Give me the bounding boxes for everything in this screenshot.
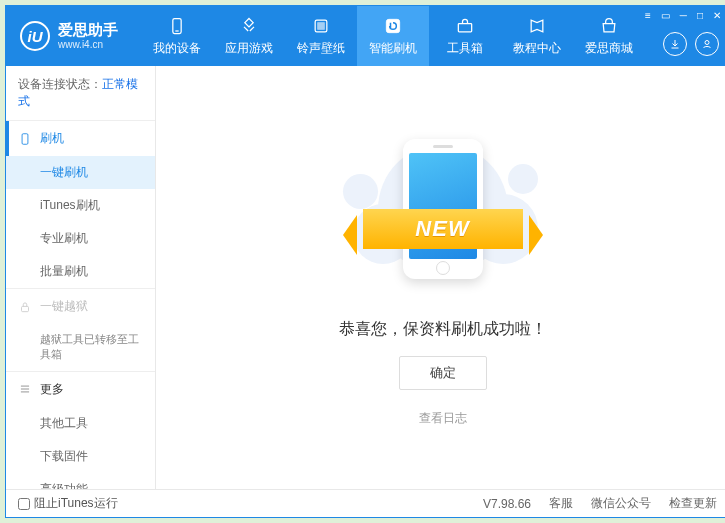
lock-icon — [18, 300, 32, 314]
device-icon — [167, 16, 187, 36]
book-icon — [527, 16, 547, 36]
sidebar-flash[interactable]: 刷机 — [6, 121, 155, 156]
sidebar-other-tools[interactable]: 其他工具 — [6, 407, 155, 440]
user-icon — [701, 38, 713, 50]
window-controls: ≡ ▭ ─ □ ✕ — [641, 8, 725, 23]
ok-button[interactable]: 确定 — [399, 356, 487, 390]
main-content: NEW 恭喜您，保资料刷机成功啦！ 确定 查看日志 — [156, 66, 725, 489]
sidebar: 设备连接状态：正常模式 刷机 一键刷机 iTunes刷机 专业刷机 批量刷机 一… — [6, 66, 156, 489]
sidebar-pro-flash[interactable]: 专业刷机 — [6, 222, 155, 255]
svg-point-6 — [705, 41, 709, 45]
user-button[interactable] — [695, 32, 719, 56]
success-message: 恭喜您，保资料刷机成功啦！ — [339, 319, 547, 340]
wechat-link[interactable]: 微信公众号 — [591, 495, 651, 512]
service-link[interactable]: 客服 — [549, 495, 573, 512]
nav-toolbox[interactable]: 工具箱 — [429, 6, 501, 66]
view-log-link[interactable]: 查看日志 — [419, 410, 467, 427]
connection-status: 设备连接状态：正常模式 — [6, 66, 155, 120]
minimize-button[interactable]: ─ — [676, 8, 691, 23]
app-window: iU 爱思助手 www.i4.cn 我的设备 应用游戏 铃声壁纸 智能刷机 — [5, 5, 725, 518]
main-nav: 我的设备 应用游戏 铃声壁纸 智能刷机 工具箱 教程中心 — [141, 6, 645, 66]
wallpaper-icon — [311, 16, 331, 36]
body: 设备连接状态：正常模式 刷机 一键刷机 iTunes刷机 专业刷机 批量刷机 一… — [6, 66, 725, 489]
nav-tutorial[interactable]: 教程中心 — [501, 6, 573, 66]
app-title: 爱思助手 — [58, 22, 118, 39]
store-icon — [599, 16, 619, 36]
sidebar-itunes-flash[interactable]: iTunes刷机 — [6, 189, 155, 222]
download-button[interactable] — [663, 32, 687, 56]
jailbreak-note: 越狱工具已转移至工具箱 — [6, 324, 155, 371]
svg-rect-7 — [22, 133, 28, 144]
app-url: www.i4.cn — [58, 39, 118, 50]
footer: 阻止iTunes运行 V7.98.66 客服 微信公众号 检查更新 — [6, 489, 725, 517]
logo-icon: iU — [20, 21, 50, 51]
sidebar-more[interactable]: 更多 — [6, 372, 155, 407]
titlebar-right-buttons — [663, 32, 719, 56]
sidebar-advanced[interactable]: 高级功能 — [6, 473, 155, 489]
success-illustration: NEW — [333, 129, 553, 299]
menu-button[interactable]: ≡ — [641, 8, 655, 23]
nav-flash[interactable]: 智能刷机 — [357, 6, 429, 66]
titlebar: iU 爱思助手 www.i4.cn 我的设备 应用游戏 铃声壁纸 智能刷机 — [6, 6, 725, 66]
nav-store[interactable]: 爱思商城 — [573, 6, 645, 66]
toolbox-icon — [455, 16, 475, 36]
nav-apps[interactable]: 应用游戏 — [213, 6, 285, 66]
apps-icon — [239, 16, 259, 36]
maximize-button[interactable]: □ — [693, 8, 707, 23]
sidebar-jailbreak[interactable]: 一键越狱 — [6, 289, 155, 324]
block-itunes-checkbox[interactable]: 阻止iTunes运行 — [18, 495, 118, 512]
sidebar-download-firmware[interactable]: 下载固件 — [6, 440, 155, 473]
nav-ringtones[interactable]: 铃声壁纸 — [285, 6, 357, 66]
nav-my-devices[interactable]: 我的设备 — [141, 6, 213, 66]
svg-rect-4 — [386, 19, 399, 32]
flash-icon — [383, 16, 403, 36]
sidebar-batch-flash[interactable]: 批量刷机 — [6, 255, 155, 288]
new-ribbon: NEW — [363, 209, 523, 249]
phone-icon — [18, 132, 32, 146]
sidebar-oneclick-flash[interactable]: 一键刷机 — [6, 156, 155, 189]
svg-rect-3 — [318, 22, 325, 29]
close-button[interactable]: ✕ — [709, 8, 725, 23]
skin-button[interactable]: ▭ — [657, 8, 674, 23]
svg-rect-8 — [22, 306, 29, 311]
svg-rect-5 — [458, 23, 471, 31]
logo: iU 爱思助手 www.i4.cn — [6, 21, 141, 51]
version-label: V7.98.66 — [483, 497, 531, 511]
download-icon — [669, 38, 681, 50]
update-link[interactable]: 检查更新 — [669, 495, 717, 512]
menu-icon — [18, 382, 32, 396]
